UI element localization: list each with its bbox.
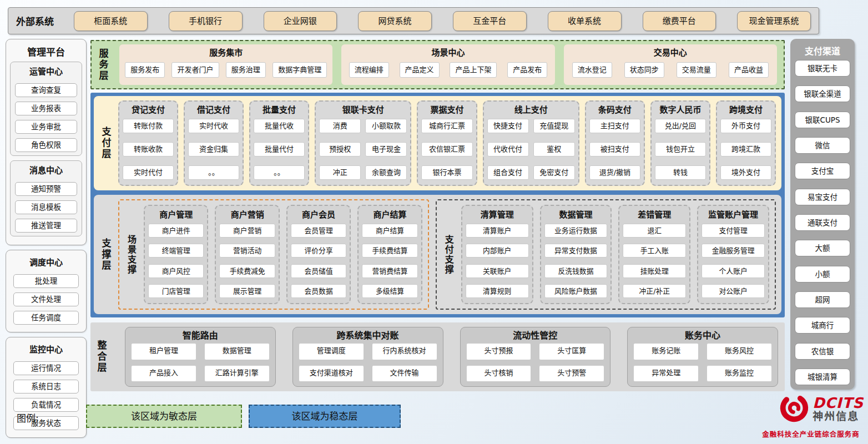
payment-item-button: 境外支付 [720, 165, 771, 180]
support-group-items: 商户进件终端管理商户风控门店管理 [148, 222, 204, 300]
payment-item-button: 。。 [254, 165, 305, 180]
support-group: 清算管理清算账户内部账户关联账户清算规则 [461, 205, 533, 304]
payment-layer-label: 支付层 [99, 100, 113, 186]
support-item-button: 业务运行数据 [544, 224, 608, 238]
payment-item-button: 。。 [188, 165, 239, 180]
service-item-button: 服务发布 [125, 62, 165, 78]
support-group: 商户营销商户营销营销活动手续费减免展示管理 [215, 205, 279, 304]
support-group-title: 商户营销 [219, 208, 275, 222]
support-item-button: 挂账处理 [623, 264, 686, 278]
payment-group-items: 转账付款转账收款实时代付 [123, 117, 174, 181]
support-item-button: 手续费结算 [362, 244, 417, 258]
support-item-button: 个人账户 [702, 264, 765, 278]
integration-item-button: 汇路计算引擎 [204, 365, 270, 382]
payment-group-title: 批量支付 [254, 103, 305, 117]
support-group-title: 数据管理 [544, 208, 608, 222]
payment-channel-button: 银联全渠道 [795, 85, 850, 102]
support-group-items: 退汇手工入账挂账处理冲正/补正 [623, 222, 686, 300]
management-item-button: 角色权限 [15, 138, 77, 152]
payment-item-button: 免密支付 [533, 165, 575, 180]
external-system-button: 收单系统 [548, 11, 622, 31]
integration-section-title: 账务中心 [633, 329, 772, 343]
support-layer: 支撑层 场景支撑商户管理商户进件终端管理商户风控门店管理商户营销商户营销营销活动… [94, 195, 781, 314]
support-item-button: 清算账户 [466, 224, 529, 238]
payment-group-title: 票据支付 [421, 103, 472, 117]
integration-section: 跨系统集中对账管理调度行内系统核对支付渠道核对文件传输 [292, 327, 443, 387]
payment-channel-button: 城商行 [795, 317, 850, 334]
external-systems-list: 柜面系统手机银行企业网银网贷系统互金平台收单系统缴费平台现金管理系统 [74, 11, 811, 31]
support-item-button: 会员管理 [291, 224, 346, 238]
support-group: 商户管理商户进件终端管理商户风控门店管理 [144, 205, 208, 304]
service-section-items: 服务发布开发者门户服务治理数据字典管理 [124, 58, 328, 82]
management-item-button: 任务调度 [13, 311, 79, 325]
support-item-button: 展示管理 [219, 284, 275, 298]
management-group: 运管中心查询查复业务报表业务审批角色权限 [10, 62, 82, 156]
integration-section-title: 跨系统集中对账 [299, 329, 437, 343]
integration-item-button: 账务风控 [706, 343, 772, 360]
service-item-button: 产品发布 [507, 62, 547, 78]
external-system-button: 网贷系统 [358, 11, 432, 31]
logo-company: 神州信息 [813, 411, 859, 422]
management-group: 消息中心通知预警消息模板推送管理 [10, 160, 82, 236]
architecture-diagram: 外部系统 柜面系统手机银行企业网银网贷系统互金平台收单系统缴费平台现金管理系统 … [0, 0, 868, 444]
service-section-items: 流水登记状态同步交易流量产品收益 [568, 58, 773, 82]
payment-group: 票据支付城商行汇票农信银汇票银行本票 [417, 100, 477, 186]
support-group-items: 清算账户内部账户关联账户清算规则 [466, 222, 529, 300]
payment-group-title: 银联卡支付 [319, 103, 407, 117]
payment-item-button: 代收代付 [487, 142, 529, 157]
external-systems-bar: 外部系统 柜面系统手机银行企业网银网贷系统互金平台收单系统缴费平台现金管理系统 [8, 7, 819, 34]
service-section-title: 场景中心 [346, 46, 550, 58]
management-group-title: 运管中心 [13, 63, 79, 79]
payment-group-items: 快捷支付充值提现代收代付鉴权组合支付免密支付 [487, 117, 575, 181]
integration-layer: 整合层 智能路由租户管理数据管理产品接入汇路计算引擎跨系统集中对账管理调度行内系… [90, 322, 785, 391]
payment-group: 借记支付实时代收资金归集。。 [184, 100, 244, 186]
integration-item-button: 产品接入 [131, 365, 196, 382]
integration-section-title: 流动性管控 [466, 329, 605, 343]
payment-item-button: 批量代收 [254, 119, 305, 133]
payment-item-button: 钱包开立 [655, 142, 706, 157]
payment-item-button: 充值提现 [533, 119, 575, 133]
integration-section: 流动性管控头寸预报头寸匡算头寸核销头寸预警 [460, 327, 611, 387]
payment-item-button: 预授权 [319, 142, 361, 157]
payment-channel-button: 易宝支付 [795, 189, 850, 205]
support-group-items: 业务运行数据异常支付数据反洗钱数据风险账户数据 [544, 222, 608, 300]
payment-group-items: 主扫支付被扫支付退货/撤销 [589, 117, 640, 181]
integration-section-items: 账务记账账务风控异常处理账务监控 [633, 343, 772, 382]
support-group: 差错管理退汇手工入账挂账处理冲正/补正 [618, 205, 690, 304]
service-item-button: 产品定义 [400, 62, 440, 78]
logo-brand: DCITS [813, 396, 864, 411]
support-item-button: 冲正/补正 [623, 284, 686, 298]
payment-item-button: 银行本票 [421, 165, 472, 180]
support-item-button: 营销活动 [219, 244, 275, 258]
service-item-button: 产品收益 [729, 62, 769, 78]
support-item-button: 反洗钱数据 [544, 264, 608, 278]
integration-item-button: 文件传输 [372, 365, 437, 382]
service-section: 交易中心流水登记状态同步交易流量产品收益 [564, 44, 777, 85]
payment-group: 线上支付快捷支付充值提现代收代付鉴权组合支付免密支付 [483, 100, 579, 186]
dcits-swirl-icon [778, 392, 810, 426]
external-system-button: 缴费平台 [643, 11, 716, 31]
service-item-button: 开发者门户 [171, 62, 219, 78]
payment-group: 数字人民币兑出/兑回钱包开立转钱 [650, 100, 710, 186]
payment-group: 贷记支付转账付款转账收款实时代付 [118, 100, 178, 186]
support-item-button: 终端管理 [148, 244, 204, 258]
service-section-items: 流程编排产品定义产品上下架产品发布 [346, 58, 550, 82]
payment-channel-button: 小额 [795, 266, 850, 282]
support-group-title: 差错管理 [623, 208, 686, 222]
service-item-button: 流水登记 [572, 62, 612, 78]
integration-item-button: 头寸匡算 [539, 343, 604, 360]
integration-item-button: 账务监控 [706, 365, 772, 382]
support-zones: 场景支撑商户管理商户进件终端管理商户风控门店管理商户营销商户营销营销活动手续费减… [118, 199, 776, 310]
management-sidebar: 管理平台 运管中心查询查复业务报表业务审批角色权限消息中心通知预警消息模板推送管… [6, 39, 87, 438]
support-group-items: 商户结算手续费结算营销费结算多级结算 [362, 222, 417, 300]
payment-item-button: 批量代付 [254, 142, 305, 157]
legend-label: 图例: [17, 411, 39, 425]
payment-item-button: 被扫支付 [589, 142, 640, 157]
external-system-button: 现金管理系统 [737, 11, 811, 31]
payment-item-button: 退货/撤销 [589, 165, 640, 180]
support-item-button: 商户结算 [362, 224, 417, 238]
payment-item-button: 实时代收 [188, 119, 239, 133]
support-item-button: 异常支付数据 [544, 244, 608, 258]
support-item-button: 支付管理 [702, 224, 765, 238]
management-group-title: 监控中心 [11, 341, 81, 357]
